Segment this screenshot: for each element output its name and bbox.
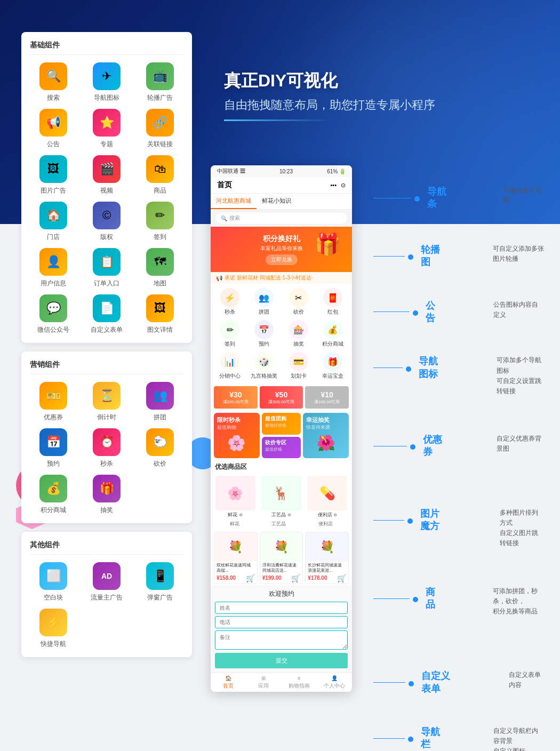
nav-icon-label: 导航图标 (94, 93, 119, 102)
nav-icon-booking[interactable]: 📅 预约 (248, 320, 280, 348)
component-countdown[interactable]: ⏳ 倒计时 (83, 382, 130, 422)
component-order[interactable]: 📋 订单入口 (83, 248, 130, 288)
annotation-image-magic-item: 图片魔方 多种图片排列方式自定义图片跳转链接 (373, 508, 544, 549)
nav-icon-lottery[interactable]: 🎰 抽奖 (283, 320, 315, 348)
component-popup-ad[interactable]: 📱 弹窗广告 (137, 562, 183, 602)
annotation-nav-bar-bottom-header: 导航栏 (373, 726, 442, 751)
nav-icon-flash[interactable]: ⚡ 秒杀 (214, 288, 246, 316)
component-wechat[interactable]: 💬 微信公众号 (30, 294, 77, 334)
hero-section: 真正DIY可视化 自由拖拽随意布局，助您打造专属小程序 (224, 69, 435, 121)
search-label: 搜索 (47, 93, 60, 102)
cat-convenience: 便利店 (318, 521, 333, 528)
component-quick-nav[interactable]: ⚡ 快捷导航 (30, 609, 77, 649)
tab-store[interactable]: 河北航惠商城 (211, 194, 257, 209)
bargain-section: 砍价专区 超低价格 (262, 437, 301, 459)
countdown-label: 倒计时 (97, 413, 116, 422)
bottom-nav-home[interactable]: 🏠 首页 (211, 675, 246, 690)
luckbox-icon-circle: 🎁 (323, 352, 342, 371)
component-video[interactable]: 🎬 视频 (83, 155, 130, 195)
nav-icon-bargain[interactable]: ✂ 砍价 (283, 288, 315, 316)
9lottery-icon-circle: 🎲 (254, 352, 274, 371)
hero-title: 真正DIY可视化 (224, 69, 435, 93)
product-crafts[interactable]: 🦌 工艺品 ⊙ (260, 476, 302, 518)
good-2-cart[interactable]: 🛒 (291, 574, 300, 582)
component-booking[interactable]: 📅 预约 (30, 428, 77, 468)
form-phone-input[interactable] (215, 616, 348, 628)
connector-carousel (373, 256, 405, 257)
phone-nav-tabs: 河北航惠商城 鲜花小知识 (211, 194, 352, 210)
topic-icon: ⭐ (93, 109, 121, 137)
carousel-annotation-desc: 可自定义添加多张图片轮播 (442, 244, 544, 264)
bottom-nav-profile[interactable]: 👤 个人中心 (317, 675, 352, 690)
group-buy-section: 超值团购 极致好价格 (262, 413, 301, 435)
component-copyright[interactable]: © 版权 (83, 202, 130, 242)
nav-icon-group[interactable]: 👥 拼团 (248, 288, 280, 316)
component-img-ad[interactable]: 🖼 图片广告 (30, 155, 77, 195)
component-notice[interactable]: 📢 公告 (30, 109, 77, 149)
coupon-30[interactable]: ¥30 满200.00可用 (214, 386, 258, 409)
component-flash-sale[interactable]: ⏰ 秒杀 (83, 428, 130, 468)
annotation-nav-icons-item: 导航图标 可添加多个导航图标可自定义设置跳转链接 (373, 355, 544, 396)
form-notes-input[interactable] (215, 630, 348, 650)
product-convenience[interactable]: 💊 便利店 ⊙ (306, 476, 349, 518)
bottom-nav-apps[interactable]: ⊞ 应用 (246, 675, 281, 690)
coupon-10[interactable]: ¥10 满100.00可用 (305, 386, 349, 409)
banner-title: 积分换好礼 (260, 234, 303, 244)
good-1[interactable]: 💐 双枝鲜花速递同城高端... ¥158.00 🛒 (214, 532, 258, 584)
search-icon-small: 🔍 (221, 215, 227, 221)
component-link[interactable]: 🔗 关联链接 (137, 109, 183, 149)
component-carousel[interactable]: 📺 轮播广告 (137, 62, 183, 102)
product-flowers[interactable]: 🌸 鲜花 ⊙ (214, 476, 257, 518)
good-2[interactable]: 💐 浮和活瓣鲜花速递同城花店送... ¥199.00 🛒 (260, 532, 303, 584)
coupon-30-min: 满200.00可用 (223, 399, 249, 405)
component-rich-text[interactable]: 🖼 图文详情 (137, 294, 183, 334)
phone-nav-title: 首页 (217, 180, 232, 190)
component-lottery[interactable]: 🎁 抽奖 (83, 475, 130, 515)
good-3-info: 长沙鲜花同城速递浪漫花束混... ¥178.00 🛒 (306, 562, 348, 584)
bargain-label: 砍价 (154, 459, 166, 468)
annotation-goods-item: 商品 可添加拼团，秒杀，砍价，积分兑换等商品 (373, 586, 544, 617)
nav-icon-points[interactable]: 💰 积分商城 (317, 320, 349, 348)
component-points-mall[interactable]: 💰 积分商城 (30, 475, 77, 515)
phone-search-input[interactable]: 🔍 搜索 (215, 212, 348, 225)
form-submit-btn[interactable]: 提交 (215, 653, 348, 668)
coupon-50[interactable]: ¥50 满300.00可用 (260, 386, 303, 409)
points-nav-label: 积分商城 (322, 340, 343, 348)
marketing-group-title: 营销组件 (30, 360, 183, 374)
component-form[interactable]: 📄 自定义表单 (83, 294, 130, 334)
good-3-cart[interactable]: 🛒 (337, 574, 346, 582)
component-group-buy[interactable]: 👥 拼团 (137, 382, 183, 422)
annotation-goods: 商品 可添加拼团，秒杀，砍价，积分兑换等商品 (373, 586, 544, 617)
lottery-icon: 🎁 (93, 475, 121, 502)
component-user[interactable]: 👤 用户信息 (30, 248, 77, 288)
tab-knowledge[interactable]: 鲜花小知识 (257, 194, 297, 209)
component-traffic-ad[interactable]: AD 流量主广告 (83, 562, 130, 602)
other-group-title: 其他组件 (30, 540, 183, 555)
good-3[interactable]: 💐 长沙鲜花同城速递浪漫花束混... ¥178.00 🛒 (305, 532, 349, 584)
component-store[interactable]: 🏠 门店 (30, 202, 77, 242)
component-blank[interactable]: ⬜ 空白块 (30, 562, 77, 602)
nav-icon-redpacket[interactable]: 🧧 红包 (317, 288, 349, 316)
coupon-10-price: ¥10 (321, 390, 333, 399)
notice-label: 公告 (47, 140, 60, 149)
nav-icon-9lottery[interactable]: 🎲 九宫格抽奖 (248, 352, 280, 380)
component-checkin[interactable]: ✏ 签到 (137, 202, 183, 242)
component-search[interactable]: 🔍 搜索 (30, 62, 77, 102)
nav-icon-scratch[interactable]: 💳 划划卡 (283, 352, 315, 380)
phone-battery: 61% 🔋 (327, 169, 346, 174)
nav-icon-checkin[interactable]: ✏ 签到 (214, 320, 246, 348)
nav-icon-luckbox[interactable]: 🎁 幸运宝盒 (317, 352, 349, 380)
form-name-input[interactable] (215, 602, 348, 614)
component-coupon[interactable]: 🎫 优惠券 (30, 382, 77, 422)
nav-icon-distribution[interactable]: 📊 分销中心 (214, 352, 246, 380)
component-topic[interactable]: ⭐ 专题 (83, 109, 130, 149)
custom-form-annotation-desc: 自定义表单内容 (458, 670, 544, 690)
banner-btn[interactable]: 立即兑换 (266, 254, 298, 265)
bottom-nav-guide[interactable]: ≡ 购物指南 (282, 675, 317, 690)
component-map[interactable]: 🗺 地图 (137, 248, 183, 288)
component-bargain[interactable]: 🐑 砍价 (137, 428, 183, 468)
good-1-cart[interactable]: 🛒 (246, 574, 255, 582)
annotation-nav-icons: 导航图标 可添加多个导航图标可自定义设置跳转链接 (373, 355, 544, 396)
component-nav-icon[interactable]: ✈ 导航图标 (83, 62, 130, 102)
component-goods[interactable]: 🛍 商品 (137, 155, 183, 195)
